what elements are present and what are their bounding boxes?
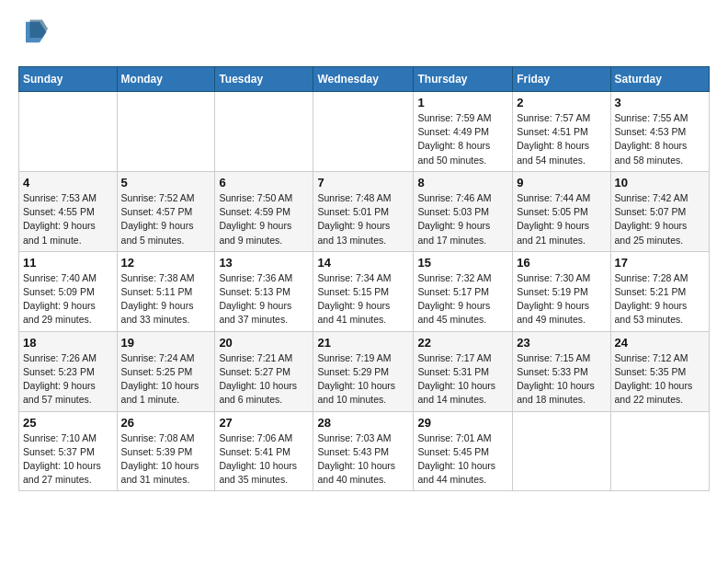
day-number: 12 (121, 256, 211, 270)
day-number: 24 (615, 336, 705, 350)
day-number: 21 (317, 336, 409, 350)
day-header-friday: Friday (513, 67, 610, 92)
day-info: Sunrise: 7:12 AM Sunset: 5:35 PM Dayligh… (615, 351, 705, 408)
calendar-cell: 2Sunrise: 7:57 AM Sunset: 4:51 PM Daylig… (513, 92, 610, 172)
day-info: Sunrise: 7:50 AM Sunset: 4:59 PM Dayligh… (219, 191, 309, 247)
calendar-cell: 12Sunrise: 7:38 AM Sunset: 5:11 PM Dayli… (117, 251, 215, 331)
calendar-cell: 5Sunrise: 7:52 AM Sunset: 4:57 PM Daylig… (117, 171, 215, 251)
day-info: Sunrise: 7:03 AM Sunset: 5:43 PM Dayligh… (317, 431, 409, 488)
day-number: 7 (317, 176, 409, 190)
day-number: 16 (517, 256, 606, 270)
calendar-cell: 20Sunrise: 7:21 AM Sunset: 5:27 PM Dayli… (215, 331, 313, 411)
calendar-cell: 10Sunrise: 7:42 AM Sunset: 5:07 PM Dayli… (610, 171, 709, 251)
day-info: Sunrise: 7:44 AM Sunset: 5:05 PM Dayligh… (517, 191, 606, 247)
day-number: 10 (615, 176, 705, 190)
calendar-cell: 11Sunrise: 7:40 AM Sunset: 5:09 PM Dayli… (19, 251, 118, 331)
day-info: Sunrise: 7:10 AM Sunset: 5:37 PM Dayligh… (23, 431, 113, 488)
day-number: 25 (23, 416, 113, 430)
calendar-cell (313, 92, 414, 172)
day-info: Sunrise: 7:32 AM Sunset: 5:17 PM Dayligh… (417, 271, 508, 327)
day-info: Sunrise: 7:53 AM Sunset: 4:55 PM Dayligh… (23, 191, 113, 247)
day-number: 13 (219, 256, 309, 270)
day-info: Sunrise: 7:08 AM Sunset: 5:39 PM Dayligh… (121, 431, 211, 488)
day-info: Sunrise: 7:06 AM Sunset: 5:41 PM Dayligh… (219, 431, 309, 488)
day-header-monday: Monday (117, 67, 215, 92)
day-number: 4 (23, 176, 113, 190)
day-info: Sunrise: 7:59 AM Sunset: 4:49 PM Dayligh… (417, 111, 508, 167)
day-info: Sunrise: 7:34 AM Sunset: 5:15 PM Dayligh… (317, 271, 409, 327)
day-number: 28 (317, 416, 409, 430)
calendar-cell: 18Sunrise: 7:26 AM Sunset: 5:23 PM Dayli… (19, 331, 118, 411)
day-info: Sunrise: 7:30 AM Sunset: 5:19 PM Dayligh… (517, 271, 606, 327)
day-info: Sunrise: 7:28 AM Sunset: 5:21 PM Dayligh… (615, 271, 705, 327)
day-info: Sunrise: 7:01 AM Sunset: 5:45 PM Dayligh… (417, 431, 508, 488)
day-info: Sunrise: 7:38 AM Sunset: 5:11 PM Dayligh… (121, 271, 211, 327)
day-number: 20 (219, 336, 309, 350)
calendar-table: SundayMondayTuesdayWednesdayThursdayFrid… (18, 66, 710, 491)
day-number: 11 (23, 256, 113, 270)
day-info: Sunrise: 7:24 AM Sunset: 5:25 PM Dayligh… (121, 351, 211, 408)
calendar-cell: 3Sunrise: 7:55 AM Sunset: 4:53 PM Daylig… (610, 92, 709, 172)
calendar-cell (215, 92, 313, 172)
day-number: 18 (23, 336, 113, 350)
calendar-cell: 13Sunrise: 7:36 AM Sunset: 5:13 PM Dayli… (215, 251, 313, 331)
calendar-cell: 17Sunrise: 7:28 AM Sunset: 5:21 PM Dayli… (610, 251, 709, 331)
logo (18, 18, 50, 50)
day-info: Sunrise: 7:36 AM Sunset: 5:13 PM Dayligh… (219, 271, 309, 327)
day-number: 3 (615, 96, 705, 109)
day-number: 6 (219, 176, 309, 190)
calendar-cell: 16Sunrise: 7:30 AM Sunset: 5:19 PM Dayli… (513, 251, 610, 331)
day-number: 17 (615, 256, 705, 270)
day-number: 8 (417, 176, 508, 190)
day-number: 27 (219, 416, 309, 430)
calendar-cell (19, 92, 118, 172)
day-number: 29 (417, 416, 508, 430)
day-info: Sunrise: 7:26 AM Sunset: 5:23 PM Dayligh… (23, 351, 113, 408)
day-number: 9 (517, 176, 606, 190)
day-number: 19 (121, 336, 211, 350)
day-info: Sunrise: 7:40 AM Sunset: 5:09 PM Dayligh… (23, 271, 113, 327)
day-info: Sunrise: 7:15 AM Sunset: 5:33 PM Dayligh… (517, 351, 606, 408)
day-info: Sunrise: 7:57 AM Sunset: 4:51 PM Dayligh… (517, 111, 606, 167)
day-header-saturday: Saturday (610, 67, 709, 92)
calendar-cell (117, 92, 215, 172)
calendar-cell: 24Sunrise: 7:12 AM Sunset: 5:35 PM Dayli… (610, 331, 709, 411)
calendar-cell: 25Sunrise: 7:10 AM Sunset: 5:37 PM Dayli… (19, 411, 118, 491)
calendar-cell: 14Sunrise: 7:34 AM Sunset: 5:15 PM Dayli… (313, 251, 414, 331)
day-header-tuesday: Tuesday (215, 67, 313, 92)
day-number: 15 (417, 256, 508, 270)
calendar-cell: 7Sunrise: 7:48 AM Sunset: 5:01 PM Daylig… (313, 171, 414, 251)
day-info: Sunrise: 7:46 AM Sunset: 5:03 PM Dayligh… (417, 191, 508, 247)
calendar-cell: 19Sunrise: 7:24 AM Sunset: 5:25 PM Dayli… (117, 331, 215, 411)
day-info: Sunrise: 7:52 AM Sunset: 4:57 PM Dayligh… (121, 191, 211, 247)
calendar-cell: 27Sunrise: 7:06 AM Sunset: 5:41 PM Dayli… (215, 411, 313, 491)
day-header-wednesday: Wednesday (313, 67, 414, 92)
calendar-cell: 21Sunrise: 7:19 AM Sunset: 5:29 PM Dayli… (313, 331, 414, 411)
day-header-sunday: Sunday (19, 67, 118, 92)
day-number: 22 (417, 336, 508, 350)
calendar-cell: 1Sunrise: 7:59 AM Sunset: 4:49 PM Daylig… (414, 92, 513, 172)
calendar-cell: 15Sunrise: 7:32 AM Sunset: 5:17 PM Dayli… (414, 251, 513, 331)
day-number: 26 (121, 416, 211, 430)
calendar-cell (513, 411, 610, 491)
day-info: Sunrise: 7:19 AM Sunset: 5:29 PM Dayligh… (317, 351, 409, 408)
day-info: Sunrise: 7:48 AM Sunset: 5:01 PM Dayligh… (317, 191, 409, 247)
calendar-cell (610, 411, 709, 491)
day-header-thursday: Thursday (414, 67, 513, 92)
calendar-cell: 26Sunrise: 7:08 AM Sunset: 5:39 PM Dayli… (117, 411, 215, 491)
calendar-cell: 29Sunrise: 7:01 AM Sunset: 5:45 PM Dayli… (414, 411, 513, 491)
day-info: Sunrise: 7:21 AM Sunset: 5:27 PM Dayligh… (219, 351, 309, 408)
calendar-cell: 8Sunrise: 7:46 AM Sunset: 5:03 PM Daylig… (414, 171, 513, 251)
day-number: 23 (517, 336, 606, 350)
day-number: 14 (317, 256, 409, 270)
day-info: Sunrise: 7:17 AM Sunset: 5:31 PM Dayligh… (417, 351, 508, 408)
calendar-cell: 6Sunrise: 7:50 AM Sunset: 4:59 PM Daylig… (215, 171, 313, 251)
calendar-cell: 9Sunrise: 7:44 AM Sunset: 5:05 PM Daylig… (513, 171, 610, 251)
calendar-cell: 4Sunrise: 7:53 AM Sunset: 4:55 PM Daylig… (19, 171, 118, 251)
svg-marker-1 (30, 20, 49, 39)
day-number: 1 (417, 96, 508, 109)
day-number: 5 (121, 176, 211, 190)
calendar-cell: 22Sunrise: 7:17 AM Sunset: 5:31 PM Dayli… (414, 331, 513, 411)
day-number: 2 (517, 96, 606, 109)
calendar-cell: 23Sunrise: 7:15 AM Sunset: 5:33 PM Dayli… (513, 331, 610, 411)
